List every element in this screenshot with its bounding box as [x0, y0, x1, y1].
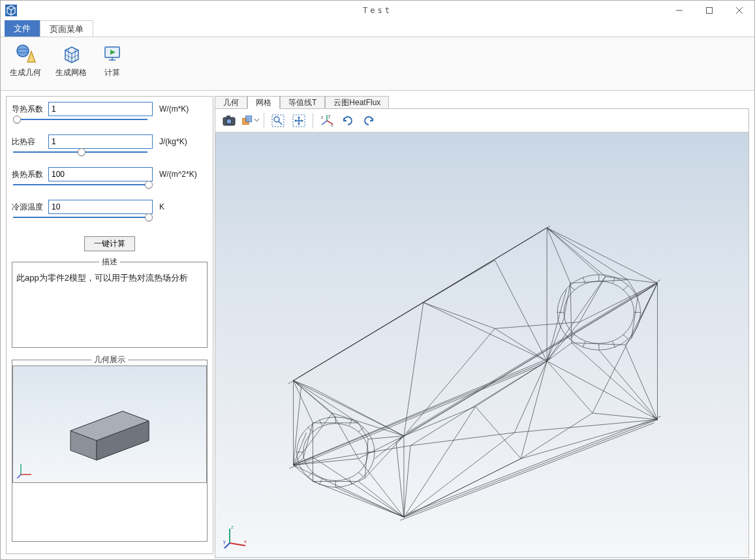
tab-contour-heatflux[interactable]: 云图HeatFlux: [325, 96, 389, 109]
svg-text:y: y: [223, 538, 226, 544]
tab-file[interactable]: 文件: [5, 20, 40, 37]
xyz-axis-icon: zyx: [320, 114, 334, 128]
pan-button[interactable]: [289, 111, 309, 131]
param-label: 换热系数: [12, 169, 46, 180]
svg-text:z: z: [231, 524, 234, 530]
param-unit: W/(m^2*K): [155, 170, 208, 179]
param-unit: W/(m*K): [155, 104, 208, 114]
ribbon-label: 生成几何: [10, 67, 41, 78]
svg-text:z: z: [321, 115, 324, 119]
cold-source-temp-slider[interactable]: [12, 217, 208, 218]
viewport-panel: 几何 网格 等值线T 云图HeatFlux: [215, 96, 749, 554]
chevron-down-icon: [254, 119, 259, 122]
ribbon-label: 生成网格: [55, 67, 87, 78]
title-bar: Test: [1, 1, 754, 20]
svg-line-20: [279, 121, 282, 125]
mesh-wireframe: [215, 132, 748, 557]
parameters-panel: 导热系数 W/(m*K) 比热容 J/(kg*K) 换热系数 W/(m^2*K)…: [6, 96, 213, 554]
main-menu: 文件 页面菜单: [1, 20, 754, 37]
sphere-cone-icon: [14, 42, 37, 65]
one-click-compute-button[interactable]: 一键计算: [84, 236, 135, 251]
heat-transfer-coeff-input[interactable]: [48, 167, 153, 181]
screenshot-button[interactable]: [219, 111, 239, 131]
svg-rect-15: [226, 116, 230, 117]
axis-triad-icon: [17, 460, 35, 478]
thermal-conductivity-input[interactable]: [48, 102, 153, 116]
tab-page-menu[interactable]: 页面菜单: [40, 20, 93, 37]
camera-icon: [222, 114, 236, 128]
tab-isoline[interactable]: 等值线T: [280, 96, 325, 109]
svg-line-33: [230, 543, 245, 546]
compute-play-icon: [101, 42, 123, 65]
ribbon-toolbar: 生成几何 生成网格 计算: [1, 37, 754, 91]
rotate-ccw-icon: [341, 114, 355, 128]
geometry-preview-legend: 几何展示: [91, 354, 128, 366]
rotate-cw-button[interactable]: [359, 111, 378, 131]
heat-transfer-coeff-slider[interactable]: [12, 184, 208, 185]
svg-text:x: x: [331, 123, 333, 127]
description-box: 描述 此app为零件2模型，可以用于热对流热场分析: [12, 257, 208, 348]
window-title: Test: [363, 6, 392, 15]
tab-geometry[interactable]: 几何: [215, 96, 247, 109]
generate-mesh-button[interactable]: 生成网格: [53, 41, 89, 80]
param-label: 比热容: [12, 136, 46, 148]
svg-line-24: [322, 121, 327, 125]
window-controls: [664, 1, 754, 20]
ribbon-label: 计算: [104, 67, 120, 78]
svg-point-28: [297, 417, 375, 488]
param-label: 导热系数: [12, 104, 46, 115]
maximize-button[interactable]: [694, 1, 724, 20]
param-label: 冷源温度: [12, 202, 46, 213]
mesh-cube-icon: [60, 42, 82, 65]
specific-heat-slider[interactable]: [12, 151, 208, 153]
minimize-button[interactable]: [664, 1, 694, 20]
zoom-box-button[interactable]: [268, 111, 288, 131]
svg-rect-17: [245, 116, 251, 121]
param-unit: J/(kg*K): [155, 137, 208, 146]
compute-button[interactable]: 计算: [99, 41, 126, 80]
close-button[interactable]: [724, 1, 754, 20]
axis-triad-icon: z x y: [223, 523, 249, 550]
clip-plane-icon: [241, 114, 254, 128]
svg-point-19: [274, 117, 279, 122]
geometry-preview-box: 几何展示: [12, 354, 208, 542]
clip-plane-button[interactable]: [240, 111, 260, 131]
svg-rect-2: [707, 8, 713, 14]
description-legend: 描述: [99, 257, 120, 268]
rotate-ccw-button[interactable]: [338, 111, 358, 131]
rotate-cw-icon: [362, 114, 376, 128]
generate-geometry-button[interactable]: 生成几何: [7, 41, 44, 80]
zoom-box-icon: [271, 114, 285, 128]
viewport-toolbar: zyx: [215, 109, 748, 132]
app-icon: [3, 3, 19, 18]
thermal-conductivity-slider[interactable]: [12, 119, 208, 120]
3d-viewport[interactable]: z x y: [215, 132, 748, 557]
pan-icon: [292, 114, 306, 128]
tab-mesh[interactable]: 网格: [247, 96, 280, 109]
param-unit: K: [155, 202, 208, 211]
description-text: 此app为零件2模型，可以用于热对流热场分析: [16, 272, 203, 343]
svg-line-12: [17, 474, 21, 478]
geometry-preview-viewport[interactable]: [12, 366, 207, 483]
svg-point-14: [226, 119, 232, 124]
svg-text:y: y: [328, 114, 331, 119]
cold-source-temp-input[interactable]: [48, 200, 153, 214]
specific-heat-input[interactable]: [48, 134, 153, 149]
svg-point-5: [17, 45, 29, 57]
geometry-preview-model: [51, 385, 168, 463]
axis-orientation-button[interactable]: zyx: [317, 111, 337, 131]
svg-text:x: x: [244, 538, 247, 544]
view-tabs: 几何 网格 等值线T 云图HeatFlux: [215, 96, 749, 109]
